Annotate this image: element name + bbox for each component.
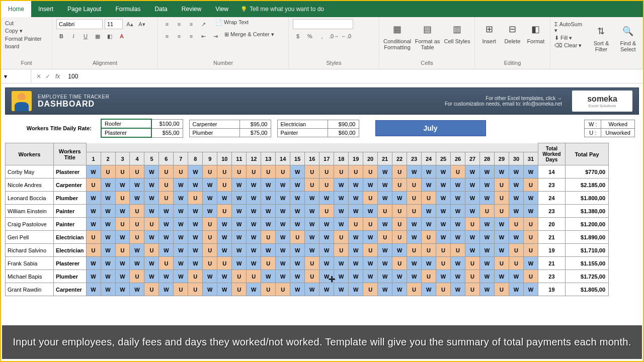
day-cell[interactable]: W (290, 257, 305, 270)
day-cell[interactable]: U (115, 244, 130, 257)
day-cell[interactable]: W (392, 192, 407, 205)
day-cell[interactable]: U (349, 165, 363, 178)
day-cell[interactable]: W (261, 192, 276, 205)
day-cell[interactable]: W (174, 231, 188, 244)
day-cell[interactable]: W (509, 165, 523, 178)
day-cell[interactable]: W (203, 205, 217, 218)
day-cell[interactable]: W (509, 270, 523, 283)
day-cell[interactable]: W (465, 165, 480, 178)
worker-name[interactable]: Michael Bapis (6, 270, 54, 283)
day-cell[interactable]: W (480, 283, 495, 296)
day-cell[interactable]: W (480, 192, 495, 205)
day-cell[interactable]: W (436, 270, 451, 283)
day-cell[interactable]: W (480, 218, 495, 231)
day-cell[interactable]: W (349, 270, 363, 283)
worker-name[interactable]: Leonard Boccia (6, 192, 54, 205)
worker-name[interactable]: Richard Salvino (6, 244, 54, 257)
day-cell[interactable]: W (436, 178, 451, 192)
worker-title[interactable]: Plasterer (53, 165, 86, 178)
orientation-icon[interactable]: ↗ (198, 19, 208, 29)
worker-name[interactable]: Nicole Andres (6, 178, 54, 192)
italic-button[interactable]: I (68, 31, 78, 41)
currency-icon[interactable]: $ (293, 31, 303, 41)
day-cell[interactable]: W (334, 270, 349, 283)
day-cell[interactable]: W (217, 192, 232, 205)
day-cell[interactable]: W (407, 218, 422, 231)
day-cell[interactable]: W (290, 192, 305, 205)
merge-center-button[interactable]: ⊞ Merge & Center ▾ (224, 31, 274, 41)
day-cell[interactable]: W (144, 205, 159, 218)
day-cell[interactable]: U (334, 231, 349, 244)
day-cell[interactable]: U (392, 205, 407, 218)
day-cell[interactable]: U (523, 218, 538, 231)
day-cell[interactable]: W (203, 178, 217, 192)
day-cell[interactable]: W (247, 231, 261, 244)
day-cell[interactable]: U (203, 257, 217, 270)
worker-name[interactable]: Craig Pastolove (6, 218, 54, 231)
day-cell[interactable]: U (392, 165, 407, 178)
day-cell[interactable]: U (203, 165, 217, 178)
day-cell[interactable]: W (436, 205, 451, 218)
day-cell[interactable]: U (290, 231, 305, 244)
table-row[interactable]: Geri PellElectricianUWWUWWWWUWWWUWUWWUWW… (6, 231, 609, 244)
day-cell[interactable]: U (188, 192, 203, 205)
underline-button[interactable]: U (80, 31, 91, 41)
day-cell[interactable]: W (217, 218, 232, 231)
day-cell[interactable]: W (480, 244, 495, 257)
day-cell[interactable]: W (276, 178, 290, 192)
day-cell[interactable]: W (101, 244, 115, 257)
day-cell[interactable]: W (217, 244, 232, 257)
worker-name[interactable]: Grant Rawdin (6, 283, 54, 296)
increase-decimal-icon[interactable]: .0→ (329, 31, 339, 41)
day-cell[interactable]: W (247, 218, 261, 231)
day-cell[interactable]: W (261, 244, 276, 257)
day-cell[interactable]: W (378, 257, 392, 270)
day-cell[interactable]: W (130, 192, 144, 205)
wrap-text-button[interactable]: 📄 Wrap Text (215, 19, 249, 29)
day-cell[interactable]: U (363, 244, 378, 257)
day-cell[interactable]: W (188, 257, 203, 270)
day-cell[interactable]: W (144, 257, 159, 270)
day-cell[interactable]: W (392, 244, 407, 257)
day-cell[interactable]: U (392, 178, 407, 192)
day-cell[interactable]: U (115, 192, 130, 205)
day-cell[interactable]: U (451, 244, 465, 257)
day-cell[interactable]: W (101, 257, 115, 270)
day-cell[interactable]: W (422, 283, 436, 296)
clear-button[interactable]: ⌫ Clear ▾ (554, 42, 585, 49)
decrease-decimal-icon[interactable]: ←.0 (341, 31, 351, 41)
day-cell[interactable]: U (115, 218, 130, 231)
day-cell[interactable]: W (436, 192, 451, 205)
day-cell[interactable]: U (349, 218, 363, 231)
day-cell[interactable]: W (276, 270, 290, 283)
font-color-button[interactable]: A (117, 31, 127, 41)
copy-button[interactable]: Copy ▾ (5, 28, 48, 34)
day-cell[interactable]: U (305, 270, 319, 283)
worker-name[interactable]: Frank Sabia (6, 257, 54, 270)
day-cell[interactable]: U (232, 283, 247, 296)
day-cell[interactable]: U (465, 270, 480, 283)
accept-formula-icon[interactable]: ✓ (45, 73, 50, 80)
day-cell[interactable]: W (276, 192, 290, 205)
day-cell[interactable]: W (451, 257, 465, 270)
align-center-icon[interactable]: ≡ (174, 31, 184, 41)
day-cell[interactable]: U (523, 231, 538, 244)
day-cell[interactable]: W (247, 283, 261, 296)
day-cell[interactable]: U (261, 165, 276, 178)
day-cell[interactable]: U (115, 165, 130, 178)
day-cell[interactable]: U (495, 205, 509, 218)
day-cell[interactable]: W (378, 218, 392, 231)
day-cell[interactable]: W (290, 270, 305, 283)
day-cell[interactable]: W (290, 178, 305, 192)
day-cell[interactable]: W (188, 165, 203, 178)
day-cell[interactable]: W (115, 205, 130, 218)
day-cell[interactable]: W (436, 231, 451, 244)
worker-name[interactable]: Corby May (6, 165, 54, 178)
bold-button[interactable]: B (56, 31, 66, 41)
day-cell[interactable]: W (276, 257, 290, 270)
day-cell[interactable]: U (407, 283, 422, 296)
day-cell[interactable]: W (188, 178, 203, 192)
worker-title[interactable]: Plasterer (53, 257, 86, 270)
day-cell[interactable]: W (86, 257, 101, 270)
day-cell[interactable]: U (407, 205, 422, 218)
